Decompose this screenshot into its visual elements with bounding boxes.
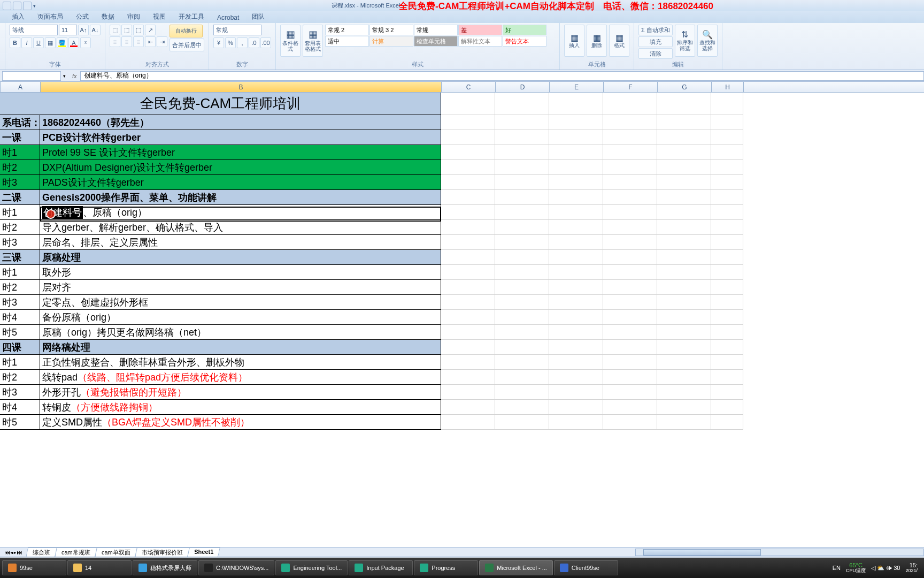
find-select-button[interactable]: 🔍查找和选择 [697, 25, 718, 57]
cell-a[interactable]: 系电话： [0, 115, 40, 130]
taskbar-button[interactable]: Client99se [554, 560, 618, 575]
taskbar-button[interactable]: Input Package [349, 560, 413, 575]
horizontal-scrollbar[interactable] [635, 549, 924, 556]
phonetic-button[interactable]: ᵡ [80, 37, 91, 48]
cell-a[interactable]: 时4 [0, 310, 40, 325]
align-right-icon[interactable]: ≡ [133, 36, 144, 47]
tab-view[interactable]: 视图 [147, 11, 172, 23]
autosum-button[interactable]: Σ 自动求和 [638, 25, 673, 35]
cell-b[interactable]: Protel 99 SE 设计文件转gerber [40, 145, 441, 160]
italic-button[interactable]: I [21, 37, 32, 48]
style-cell[interactable]: 常规 3 2 [369, 25, 413, 35]
style-cell[interactable]: 检查单元格 [414, 36, 458, 47]
format-as-table-button[interactable]: ▦套用表格格式 [303, 25, 323, 57]
col-header-a[interactable]: A [1, 82, 41, 92]
style-cell[interactable]: 常规 2 [325, 25, 369, 35]
tab-team[interactable]: 团队 [245, 11, 271, 23]
taskbar-button[interactable]: Progress [414, 560, 478, 575]
taskbar-button[interactable]: 稳格式录屏大师 [133, 560, 197, 575]
qat-dropdown-icon[interactable]: ▾ [33, 3, 36, 9]
cell-b[interactable]: DXP(Altium Designer)设计文件转gerber [40, 160, 441, 175]
cell-b[interactable]: 原稿处理 [40, 250, 441, 265]
fill-color-button[interactable]: 🪣 [57, 37, 67, 48]
comma-icon[interactable]: , [237, 37, 248, 48]
cell-a[interactable]: 时1 [0, 205, 40, 220]
sheet-tab[interactable]: cam常规班 [55, 547, 97, 557]
sheet-tab[interactable]: 综合班 [26, 547, 57, 557]
fill-button[interactable]: 填充 [638, 36, 673, 47]
border-button[interactable]: ▦ [45, 37, 56, 48]
sort-filter-button[interactable]: ⇅排序和筛选 [675, 25, 695, 57]
cell-a[interactable]: 时2 [0, 220, 40, 235]
tab-page-layout[interactable]: 页面布局 [31, 11, 70, 23]
style-cell[interactable]: 常规 [414, 25, 458, 35]
cell-b[interactable]: 网络稿处理 [40, 340, 441, 355]
cell-b[interactable]: PCB设计软件转gerber [40, 130, 441, 145]
cell-b[interactable]: 导入gerber、解析gerber、确认格式、导入 [40, 220, 441, 235]
cell-b[interactable]: 层命名、排层、定义层属性 [40, 235, 441, 250]
insert-cells-button[interactable]: ▦插入 [564, 25, 584, 57]
cell-b[interactable]: 18682024460（郭先生） [40, 115, 441, 130]
decrease-indent-icon[interactable]: ⇤ [145, 36, 156, 47]
sheet-tab[interactable]: 市场预审报价班 [135, 547, 190, 557]
cell-a[interactable]: 四课 [0, 340, 40, 355]
scrollbar-thumb[interactable] [643, 549, 761, 556]
increase-decimal-icon[interactable]: .0 [249, 37, 259, 48]
cell-b[interactable]: 线转pad（线路、阻焊转pad方便后续优化资料） [40, 370, 441, 385]
orientation-icon[interactable]: ↗ [145, 25, 156, 35]
cell-a[interactable]: 时2 [0, 370, 40, 385]
col-header-f[interactable]: F [604, 82, 658, 92]
clock[interactable]: 15: 2021/ [905, 562, 918, 573]
cpu-temp-widget[interactable]: 65°C CPU温度 [846, 562, 866, 573]
sheet-nav-buttons[interactable]: ⏮◀▶⏭ [0, 549, 27, 556]
taskbar-button[interactable]: 14 [67, 560, 132, 575]
style-cell[interactable]: 警告文本 [503, 36, 546, 47]
cell-b[interactable]: 转铜皮（方便做线路掏铜） [40, 400, 441, 415]
qat-redo-icon[interactable] [23, 2, 32, 10]
align-bottom-icon[interactable]: ⬚ [133, 25, 144, 35]
taskbar-button[interactable]: Engineering Tool... [275, 560, 348, 575]
style-cell[interactable]: 好 [503, 25, 546, 35]
cell-b[interactable]: PADS设计文件转gerber [40, 175, 441, 190]
tab-data[interactable]: 数据 [95, 11, 121, 23]
increase-indent-icon[interactable]: ⇥ [157, 36, 167, 47]
cell-a[interactable]: 时4 [0, 400, 40, 415]
style-cell[interactable]: 差 [458, 25, 502, 35]
cell-a[interactable]: 二课 [0, 190, 40, 205]
fx-icon[interactable]: fx [69, 73, 80, 79]
tab-insert[interactable]: 插入 [5, 11, 31, 23]
delete-cells-button[interactable]: ▦删除 [587, 25, 607, 57]
name-box-dropdown-icon[interactable]: ▾ [63, 73, 69, 79]
cell-b[interactable]: 定义SMD属性（BGA焊盘定义SMD属性不被削） [40, 415, 441, 430]
percent-icon[interactable]: % [225, 37, 236, 48]
align-left-icon[interactable]: ≡ [110, 36, 120, 47]
format-cells-button[interactable]: ▦格式 [609, 25, 629, 57]
wrap-text-button[interactable]: 自动换行 [170, 25, 203, 37]
ime-indicator[interactable]: EN [833, 565, 841, 571]
tab-formulas[interactable]: 公式 [70, 11, 95, 23]
cell-a[interactable]: 时2 [0, 280, 40, 295]
cell-b[interactable]: 外形开孔（避免报错假的开短路） [40, 385, 441, 400]
font-color-button[interactable]: A [68, 37, 79, 48]
currency-icon[interactable]: ¥ [213, 37, 224, 48]
sheet-tab[interactable]: cam单双面 [95, 547, 137, 557]
cell-b[interactable]: 备份原稿（orig） [40, 310, 441, 325]
sheet-tab[interactable]: Sheet1 [187, 547, 220, 557]
merge-center-button[interactable]: 合并后居中 [170, 39, 204, 51]
spreadsheet-grid[interactable]: A B C D E F G H 全民免费-CAM工程师培训 系电话：186820… [0, 82, 924, 547]
cell-b[interactable]: 定零点、创建虚拟外形框 [40, 295, 441, 310]
taskbar-button[interactable]: C:\WINDOWS\sys... [198, 560, 274, 575]
cell-a[interactable]: 一课 [0, 130, 40, 145]
conditional-format-button[interactable]: ▦条件格式 [280, 25, 301, 57]
cell-a[interactable]: 时1 [0, 145, 40, 160]
cell-b[interactable]: 原稿（orig）拷贝更名做网络稿（net） [40, 325, 441, 340]
cell-a[interactable]: 时1 [0, 265, 40, 280]
tab-review[interactable]: 审阅 [121, 11, 147, 23]
name-box[interactable] [2, 71, 61, 81]
cell-a[interactable]: 时5 [0, 415, 40, 430]
cell-a[interactable]: 时3 [0, 385, 40, 400]
cell-a[interactable]: 时3 [0, 235, 40, 250]
formula-input[interactable]: 创建料号、原稿（orig） [80, 71, 924, 81]
decrease-decimal-icon[interactable]: .00 [260, 37, 271, 48]
tab-developer[interactable]: 开发工具 [172, 11, 211, 23]
